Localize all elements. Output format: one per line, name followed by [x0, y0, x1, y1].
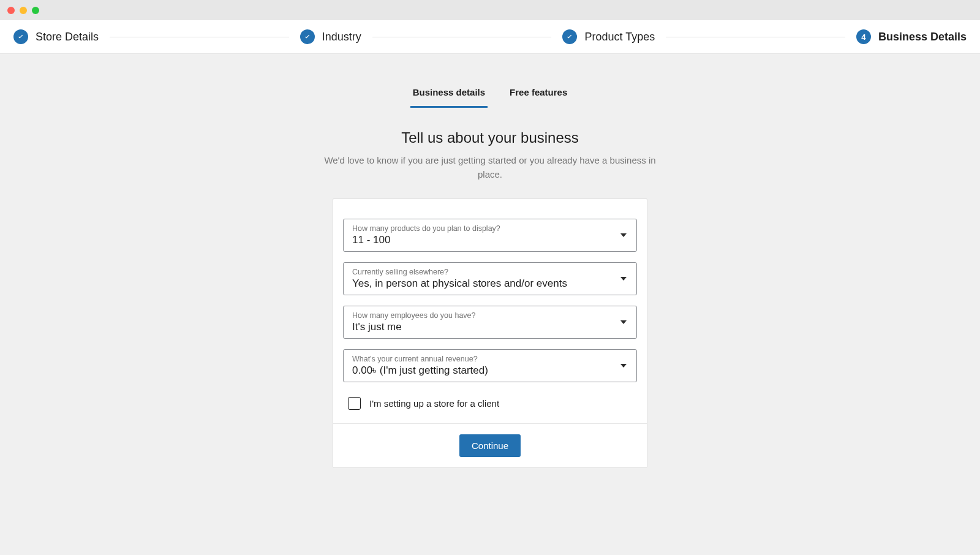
checkmark-icon	[300, 29, 315, 44]
revenue-select[interactable]: What's your current annual revenue? 0.00…	[343, 349, 637, 382]
checkmark-icon	[13, 29, 28, 44]
setup-stepper: Store Details Industry Product Types 4 B…	[0, 20, 980, 54]
field-value: 0.00৳ (I'm just getting started)	[352, 364, 488, 376]
form-card: How many products do you plan to display…	[333, 198, 647, 468]
form-card-footer: Continue	[333, 423, 647, 467]
field-label: Currently selling elsewhere?	[352, 268, 628, 276]
step-number-icon: 4	[856, 29, 871, 44]
window-titlebar	[0, 0, 980, 20]
chevron-down-icon	[620, 320, 627, 324]
main-content: Business details Free features Tell us a…	[0, 54, 980, 542]
step-divider	[372, 37, 552, 37]
field-value: It's just me	[352, 321, 402, 333]
field-value: 11 - 100	[352, 234, 390, 246]
step-divider	[666, 37, 845, 37]
products-select[interactable]: How many products do you plan to display…	[343, 219, 637, 252]
field-value: Yes, in person at physical stores and/or…	[352, 278, 567, 289]
checkmark-icon	[562, 29, 577, 44]
step-label: Store Details	[36, 31, 99, 43]
step-label: Business Details	[878, 31, 967, 43]
minimize-window-icon[interactable]	[20, 7, 27, 14]
field-label: How many employees do you have?	[352, 311, 628, 320]
client-store-checkbox-row[interactable]: I'm setting up a store for a client	[343, 388, 637, 410]
close-window-icon[interactable]	[7, 7, 15, 14]
form-card-body: How many products do you plan to display…	[333, 199, 647, 423]
chevron-down-icon	[620, 233, 627, 237]
tab-business-details[interactable]: Business details	[410, 83, 488, 108]
step-store-details[interactable]: Store Details	[13, 29, 99, 44]
checkbox-icon[interactable]	[348, 397, 361, 410]
page-title: Tell us about your business	[318, 129, 662, 146]
maximize-window-icon[interactable]	[32, 7, 39, 14]
continue-button[interactable]: Continue	[459, 434, 521, 457]
step-label: Industry	[322, 31, 361, 43]
checkbox-label: I'm setting up a store for a client	[369, 398, 499, 409]
step-industry[interactable]: Industry	[300, 29, 361, 44]
step-business-details[interactable]: 4 Business Details	[856, 29, 967, 44]
section-heading: Tell us about your business We'd love to…	[318, 129, 662, 181]
page-subtitle: We'd love to know if you are just gettin…	[318, 154, 662, 181]
selling-elsewhere-select[interactable]: Currently selling elsewhere? Yes, in per…	[343, 262, 637, 295]
step-label: Product Types	[584, 31, 655, 43]
field-label: What's your current annual revenue?	[352, 355, 628, 363]
field-label: How many products do you plan to display…	[352, 224, 628, 233]
step-product-types[interactable]: Product Types	[562, 29, 655, 44]
employees-select[interactable]: How many employees do you have? It's jus…	[343, 306, 637, 339]
inner-tabs: Business details Free features	[410, 83, 570, 108]
step-divider	[110, 37, 289, 37]
tab-free-features[interactable]: Free features	[507, 83, 570, 108]
chevron-down-icon	[620, 277, 627, 281]
chevron-down-icon	[620, 364, 627, 368]
